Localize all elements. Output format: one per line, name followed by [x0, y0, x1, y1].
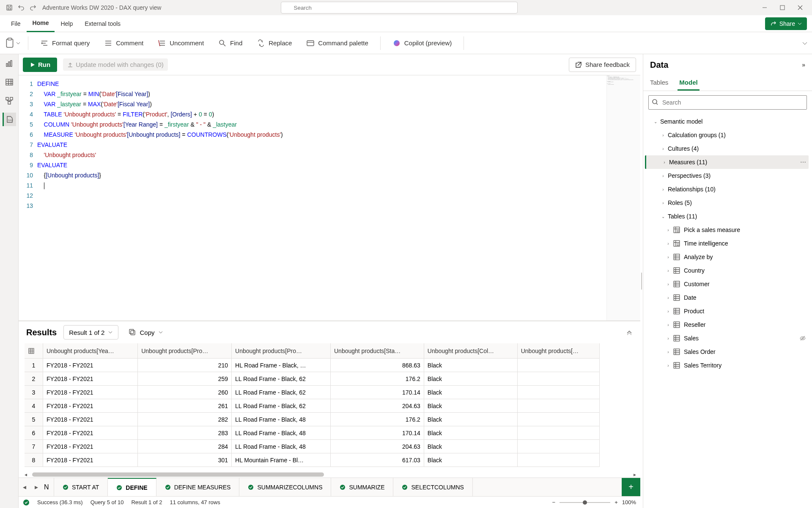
table-row[interactable]: 6FY2018 - FY2021283LL Road Frame - Black…: [25, 426, 600, 440]
data-pane: Data » TablesModel ⌄Semantic model›Calcu…: [643, 54, 812, 508]
column-header[interactable]: Unbought products[Sta…: [331, 343, 424, 359]
column-header[interactable]: [25, 343, 43, 359]
chevron-down-icon: ⌄: [653, 119, 658, 124]
tab-nav-next[interactable]: ▸: [30, 478, 42, 496]
update-model-button[interactable]: Update model with changes (0): [63, 58, 168, 71]
query-tab-selectcolumns[interactable]: SELECTCOLUMNS: [393, 478, 472, 496]
tree-node[interactable]: ⌄Semantic model: [645, 115, 809, 128]
menu-item-home[interactable]: Home: [27, 15, 55, 32]
tree-node[interactable]: ›Country: [645, 264, 809, 277]
horizontal-scrollbar[interactable]: ◂ ▸: [26, 472, 634, 478]
column-header[interactable]: Unbought products[Yea…: [43, 343, 138, 359]
tree-node[interactable]: ›Time intelligence: [645, 237, 809, 250]
svg-rect-38: [674, 349, 680, 355]
tree-node[interactable]: ⌄Tables (11): [645, 210, 809, 223]
svg-point-22: [165, 485, 170, 490]
data-pane-tab-tables[interactable]: Tables: [648, 75, 670, 91]
report-view-icon[interactable]: [3, 57, 16, 70]
tree-node[interactable]: ›Relationships (10): [645, 182, 809, 196]
tree-node[interactable]: ›Sales Order: [645, 345, 809, 359]
share-button[interactable]: Share: [765, 17, 807, 30]
command-palette-button[interactable]: Command palette: [302, 36, 372, 50]
tree-node-label: Relationships (10): [668, 186, 716, 193]
table-row[interactable]: 5FY2018 - FY2021282LL Road Frame - Black…: [25, 413, 600, 426]
column-header[interactable]: Unbought products[Pro…: [232, 343, 331, 359]
column-header[interactable]: Unbought products[Pro…: [138, 343, 232, 359]
tree-node[interactable]: ›Product: [645, 304, 809, 318]
find-button[interactable]: Find: [214, 36, 247, 50]
collapse-results-button[interactable]: [626, 329, 633, 336]
share-feedback-button[interactable]: Share feedback: [569, 58, 636, 72]
tree-node[interactable]: ›Cultures (4): [645, 142, 809, 155]
tree-node[interactable]: ›Reseller: [645, 318, 809, 331]
column-header[interactable]: Unbought products[Col…: [424, 343, 518, 359]
table-row[interactable]: 1FY2018 - FY2021210HL Road Frame - Black…: [25, 359, 600, 372]
tree-node[interactable]: ›Roles (5): [645, 196, 809, 210]
code-content[interactable]: DEFINE VAR _firstyear = MIN('Date'[Fisca…: [37, 75, 640, 320]
query-tab-define[interactable]: DEFINE: [108, 478, 156, 496]
tree-node[interactable]: ›Pick a sales measure: [645, 223, 809, 237]
column-header[interactable]: Unbought products[…: [518, 343, 600, 359]
tree-node[interactable]: ›Sales: [645, 331, 809, 345]
minimap[interactable]: DEFINE VAR _firstyear = MIN('Date'[Fisca…: [606, 75, 640, 320]
menu-item-file[interactable]: File: [5, 15, 27, 32]
tree-node[interactable]: ›Measures (11)⋯: [645, 155, 809, 169]
pane-splitter[interactable]: [640, 54, 643, 508]
status-bar: Success (36.3 ms) Query 5 of 10 Result 1…: [19, 496, 640, 508]
paste-button[interactable]: [4, 38, 20, 49]
save-icon[interactable]: [3, 2, 15, 14]
query-tab-summarize[interactable]: SUMMARIZE: [331, 478, 393, 496]
data-pane-tab-model[interactable]: Model: [678, 75, 699, 91]
undo-icon[interactable]: [15, 2, 27, 14]
tree-node[interactable]: ›Calculation groups (1): [645, 128, 809, 142]
query-tab-start-at[interactable]: START AT: [54, 478, 108, 496]
data-search-input[interactable]: [648, 95, 807, 110]
dax-view-icon[interactable]: DAX: [3, 113, 16, 126]
tree-node[interactable]: ›Perspectives (3): [645, 169, 809, 182]
result-selector[interactable]: Result 1 of 2: [63, 325, 118, 340]
close-icon[interactable]: [792, 2, 809, 14]
query-tab-define-measures[interactable]: DEFINE MEASURES: [156, 478, 240, 496]
format-query-button[interactable]: Format query: [36, 36, 94, 50]
copy-button[interactable]: Copy: [129, 329, 163, 336]
replace-button[interactable]: Replace: [252, 36, 296, 50]
tree-node-label: Cultures (4): [668, 145, 699, 152]
global-search-input[interactable]: [281, 2, 518, 14]
tab-nav-prev[interactable]: ◂: [19, 478, 30, 496]
zoom-out-button[interactable]: −: [552, 499, 556, 505]
copilot-button[interactable]: Copilot (preview): [388, 36, 456, 50]
minimize-icon[interactable]: [756, 2, 773, 14]
uncomment-button[interactable]: Uncomment: [154, 36, 208, 50]
maximize-icon[interactable]: [774, 2, 791, 14]
tree-node-label: Perspectives (3): [668, 172, 710, 179]
add-tab-button[interactable]: +: [622, 478, 640, 496]
zoom-slider[interactable]: [560, 502, 610, 503]
ribbon-expand-button[interactable]: [802, 40, 808, 46]
table-row[interactable]: 2FY2018 - FY2021259LL Road Frame - Black…: [25, 372, 600, 386]
run-button[interactable]: Run: [23, 58, 57, 72]
global-search[interactable]: [281, 2, 518, 14]
redo-icon[interactable]: [27, 2, 39, 14]
model-view-icon[interactable]: [3, 94, 16, 108]
table-row[interactable]: 4FY2018 - FY2021261LL Road Frame - Black…: [25, 399, 600, 413]
code-editor[interactable]: 12345678910111213 DEFINE VAR _firstyear …: [19, 75, 640, 321]
tree-node[interactable]: ›Sales Territory: [645, 359, 809, 372]
comment-button[interactable]: Comment: [100, 36, 148, 50]
table-row[interactable]: 3FY2018 - FY2021260LL Road Frame - Black…: [25, 386, 600, 399]
table-row[interactable]: 7FY2018 - FY2021284LL Road Frame - Black…: [25, 440, 600, 453]
tree-node[interactable]: ›Date: [645, 291, 809, 304]
menu-item-help[interactable]: Help: [55, 15, 79, 32]
tree-node[interactable]: ›Customer: [645, 277, 809, 291]
table-row[interactable]: 8FY2018 - FY2021301HL Mountain Frame - B…: [25, 453, 600, 467]
table-view-icon[interactable]: [3, 75, 16, 89]
results-table[interactable]: Unbought products[Yea…Unbought products[…: [25, 343, 600, 467]
collapse-pane-button[interactable]: »: [802, 61, 805, 68]
tree-node[interactable]: ›Analyze by: [645, 250, 809, 264]
zoom-in-button[interactable]: +: [614, 499, 618, 505]
query-tab-summarizecolumns[interactable]: SUMMARIZECOLUMNS: [239, 478, 331, 496]
partial-tab[interactable]: N: [42, 478, 54, 496]
menu-item-external-tools[interactable]: External tools: [79, 15, 126, 32]
ribbon: Format query Comment Uncomment Find Repl…: [0, 32, 812, 54]
more-icon[interactable]: ⋯: [800, 159, 806, 166]
replace-icon: [257, 39, 265, 47]
